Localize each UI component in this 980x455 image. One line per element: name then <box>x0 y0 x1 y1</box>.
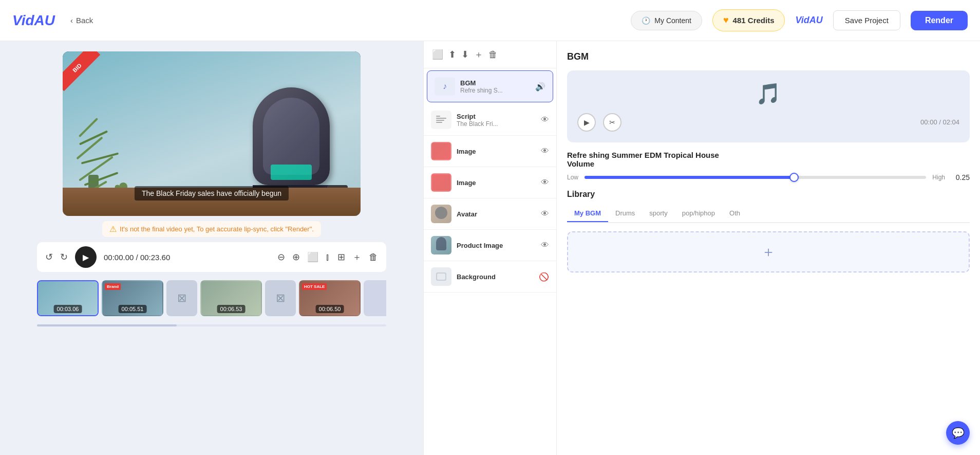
volume-high-label: High <box>932 174 945 181</box>
svg-rect-5 <box>437 274 445 280</box>
layer-name-bgm: BGM <box>460 79 530 87</box>
thumb-icon-5: ⊠ <box>276 292 285 305</box>
layer-thumb-script <box>431 111 451 129</box>
thumbnail-4[interactable]: 00:06.53 <box>200 280 262 316</box>
bgm-play-button[interactable]: ▶ <box>577 113 596 132</box>
layer-thumb-avatar <box>431 205 451 223</box>
layer-image2[interactable]: Image 👁 <box>424 167 556 198</box>
vidau-small-logo[interactable]: VidAU <box>795 15 822 26</box>
fit-button[interactable]: ⬜ <box>307 251 318 263</box>
main-content: BID The Black Friday sales have official… <box>0 41 980 455</box>
library-grid: ＋ <box>567 231 970 272</box>
bgm-music-icon: 🎵 <box>756 82 781 106</box>
time-display: 00:00.00 / 00:23.60 <box>104 253 170 262</box>
clock-icon: 🕐 <box>642 16 650 25</box>
layer-name-avatar: Avatar <box>457 210 536 218</box>
volume-low-label: Low <box>567 174 578 181</box>
add-bgm-button[interactable]: ＋ <box>567 231 970 272</box>
timeline-scrollbar[interactable] <box>37 324 386 326</box>
add-track-button[interactable]: ⊞ <box>337 251 345 263</box>
bgm-player: 🎵 ▶ ✂ 00:00 / 02:04 <box>567 70 970 142</box>
my-content-button[interactable]: 🕐 My Content <box>631 11 702 30</box>
layer-name-image1: Image <box>457 148 536 155</box>
render-button[interactable]: Render <box>911 11 968 30</box>
preview-badge-wrap: BID <box>63 51 109 98</box>
chat-icon: 💬 <box>952 427 965 439</box>
bgm-cut-button[interactable]: ✂ <box>603 113 621 132</box>
layer-visibility-avatar[interactable]: 👁 <box>541 209 549 219</box>
layer-name-product: Product Image <box>457 242 536 249</box>
svg-rect-2 <box>436 120 444 121</box>
preview-speaker <box>253 87 330 195</box>
delete-button[interactable]: 🗑 <box>369 252 378 263</box>
thumb-icon-3: ⊠ <box>177 292 186 305</box>
bgm-panel: BGM 🎵 ▶ ✂ 00:00 / 02:04 Refre shing Summ… <box>557 41 980 455</box>
layer-name-background: Background <box>457 273 534 281</box>
lib-tab-other[interactable]: Oth <box>722 205 747 222</box>
save-project-button[interactable]: Save Project <box>833 10 900 30</box>
logo: VidAU <box>12 12 55 29</box>
undo-button[interactable]: ↺ <box>45 251 53 263</box>
layer-visibility-background[interactable]: 🚫 <box>539 272 549 282</box>
layer-visibility-bgm[interactable]: 🔊 <box>535 82 545 92</box>
layer-thumb-image2 <box>431 173 451 192</box>
thumbnail-6[interactable]: HOT SALE 00:06.50 <box>299 280 361 316</box>
layers-panel: ⬜ ⬆ ⬇ ＋ 🗑 ♪ BGM Refre shing S... 🔊 <box>423 41 557 455</box>
lib-tab-sporty[interactable]: sporty <box>642 205 674 222</box>
preview-badge: BID <box>63 51 100 91</box>
redo-button[interactable]: ↻ <box>60 251 68 263</box>
lib-tab-pophiphop[interactable]: pop/hiphop <box>675 205 722 222</box>
svg-rect-3 <box>436 122 442 123</box>
layer-avatar[interactable]: Avatar 👁 <box>424 198 556 230</box>
zoom-in-button[interactable]: ⊕ <box>292 251 300 263</box>
layer-sub-bgm: Refre shing S... <box>460 87 530 94</box>
layer-add-button[interactable]: ＋ <box>474 48 483 61</box>
layer-visibility-script[interactable]: 👁 <box>541 115 549 124</box>
thumbnails-bar: 00:03.06 Brand 00:05.51 ⊠ 00:06.53 ⊠ H <box>37 277 386 319</box>
zoom-out-button[interactable]: ⊖ <box>277 251 285 263</box>
lib-tab-drums[interactable]: Drums <box>608 205 642 222</box>
back-button[interactable]: ‹ Back <box>70 16 93 25</box>
thumbnail-1[interactable]: 00:03.06 <box>37 280 99 316</box>
add-button[interactable]: ＋ <box>352 251 362 263</box>
warning-icon: ⚠ <box>109 224 117 234</box>
thumbnail-2[interactable]: Brand 00:05.51 <box>102 280 163 316</box>
layer-copy-button[interactable]: ⬜ <box>432 49 443 60</box>
svg-rect-0 <box>436 116 440 117</box>
layer-thumb-background <box>431 267 451 286</box>
layer-visibility-image1[interactable]: 👁 <box>541 147 549 156</box>
layer-background[interactable]: Background 🚫 <box>424 261 556 293</box>
layer-bgm[interactable]: ♪ BGM Refre shing S... 🔊 <box>427 70 553 102</box>
thumbnail-7[interactable] <box>364 280 386 316</box>
heart-icon: ♥ <box>723 15 729 26</box>
thumbnail-5[interactable]: ⊠ <box>265 280 296 316</box>
library-section: Library My BGM Drums sporty pop/hiphop O… <box>567 190 970 272</box>
chat-button[interactable]: 💬 <box>946 421 970 445</box>
layer-name-image2: Image <box>457 179 536 187</box>
bgm-panel-title: BGM <box>567 51 970 62</box>
layer-script[interactable]: Script The Black Fri... 👁 <box>424 104 556 136</box>
layer-sub-script: The Black Fri... <box>457 120 536 128</box>
layer-thumb-bgm: ♪ <box>435 77 455 96</box>
video-warning: ⚠ It's not the final video yet, To get a… <box>102 221 321 237</box>
volume-value: 0.25 <box>951 173 970 181</box>
layer-visibility-product[interactable]: 👁 <box>541 241 549 250</box>
layer-thumb-product <box>431 236 451 254</box>
layer-up-button[interactable]: ⬆ <box>448 49 456 60</box>
credits-button[interactable]: ♥ 481 Credits <box>712 9 785 31</box>
layers-list: ♪ BGM Refre shing S... 🔊 Script The Blac… <box>424 68 556 455</box>
layer-thumb-image1 <box>431 142 451 160</box>
split-button[interactable]: ⫿ <box>326 252 330 263</box>
layer-delete-button[interactable]: 🗑 <box>488 49 498 60</box>
lib-tab-mybgm[interactable]: My BGM <box>567 205 608 222</box>
layer-image1[interactable]: Image 👁 <box>424 136 556 167</box>
layer-down-button[interactable]: ⬇ <box>461 49 469 60</box>
video-preview: BID The Black Friday sales have official… <box>63 51 361 216</box>
video-subtitle: The Black Friday sales have officially b… <box>135 186 289 201</box>
layer-product[interactable]: Product Image 👁 <box>424 230 556 261</box>
layer-visibility-image2[interactable]: 👁 <box>541 178 549 187</box>
volume-slider[interactable] <box>585 176 926 179</box>
thumbnail-3[interactable]: ⊠ <box>166 280 197 316</box>
play-button[interactable]: ▶ <box>75 246 97 268</box>
bgm-track-name: Refre shing Summer EDM Tropical House <box>567 151 970 159</box>
